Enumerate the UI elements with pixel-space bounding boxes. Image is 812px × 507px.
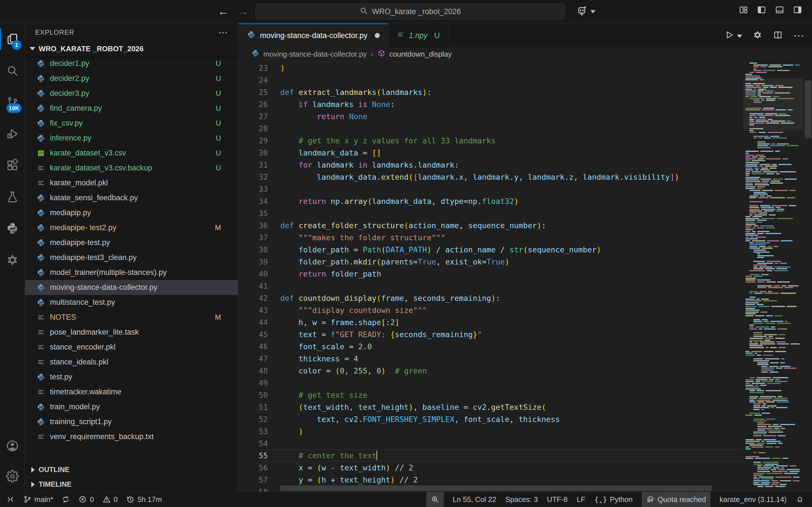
code-line-28[interactable]: 28 <box>239 122 743 135</box>
activity-python-icon[interactable] <box>0 213 25 244</box>
file-row[interactable]: training_script1.py <box>25 414 238 429</box>
code-line-43[interactable]: 43 """display countdown size""" <box>239 304 743 316</box>
status-wakatime-timer[interactable]: 5h 17m <box>126 492 162 507</box>
toggle-panel-icon[interactable] <box>775 5 784 15</box>
unsaved-dot-icon[interactable] <box>375 33 380 38</box>
code-line-52[interactable]: 52 text, cv2.FONT_HERSHEY_SIMPLEX, font_… <box>239 413 743 425</box>
project-root-folder[interactable]: WRO_KARATE _ROBOT_2026 <box>25 41 238 56</box>
breadcrumb-symbol[interactable]: countdown_display <box>389 50 452 59</box>
copilot-menu[interactable] <box>577 5 596 17</box>
forward-arrow-icon[interactable]: → <box>238 5 249 17</box>
file-row[interactable]: fix_csv.pyU <box>25 116 238 131</box>
tab-1.npy[interactable]: 1.npyU <box>389 23 449 48</box>
code-line-40[interactable]: 40 return folder_path <box>239 268 743 280</box>
file-row[interactable]: inference.pyU <box>25 131 238 146</box>
code-line-24[interactable]: 24 <box>239 74 743 86</box>
file-row[interactable]: timetracker.wakatime <box>25 385 238 399</box>
code-line-41[interactable]: 41 <box>239 280 743 292</box>
file-row[interactable]: test.py <box>25 370 238 385</box>
activity-testing-icon[interactable] <box>0 181 25 213</box>
activity-search-icon[interactable] <box>0 55 25 87</box>
code-line-36[interactable]: 36def create_folder_structure(action_nam… <box>239 219 743 231</box>
activity-run-and-debug-icon[interactable] <box>0 118 25 150</box>
code-line-46[interactable]: 46 font_scale = 2.0 <box>239 341 743 353</box>
minimap-viewport[interactable] <box>743 78 804 131</box>
status-eol[interactable]: LF <box>577 492 585 507</box>
file-row[interactable]: moving-stance-data-collector.py <box>25 280 238 295</box>
code-line-44[interactable]: 44 h, w = frame.shape[:2] <box>239 316 743 328</box>
code-line-50[interactable]: 50 # get text size <box>239 389 743 401</box>
code-editor[interactable]: 23)2425def extract_landmarks(landmarks):… <box>239 61 812 492</box>
activity-settings-icon[interactable] <box>0 461 25 492</box>
status-remote-indicator[interactable] <box>6 492 15 507</box>
code-line-26[interactable]: 26 if landmarks is None: <box>239 98 743 110</box>
status-indentation[interactable]: Spaces: 3 <box>505 492 538 507</box>
file-row[interactable]: multistance_test.py <box>25 295 238 310</box>
code-line-30[interactable]: 30 landmark_data = [] <box>239 147 743 159</box>
horizontal-scrollbar[interactable] <box>280 485 712 491</box>
code-line-27[interactable]: 27 return None <box>239 110 743 122</box>
status-language-mode[interactable]: { }×Python <box>594 492 633 507</box>
customize-layout-icon[interactable] <box>739 5 748 15</box>
code-line-55[interactable]: 55 # center the text <box>239 450 743 462</box>
status-copilot-status[interactable]: Quota reached <box>642 492 711 507</box>
code-line-23[interactable]: 23) <box>239 62 743 74</box>
file-row[interactable]: mediapip.py <box>25 205 238 220</box>
code-line-45[interactable]: 45 text = f"GET READY: {seconds_remainin… <box>239 328 743 341</box>
file-row[interactable]: stance_ideals.pkl <box>25 355 238 370</box>
run-python-file-button[interactable] <box>725 30 742 41</box>
file-row[interactable]: find_camera.pyU <box>25 101 238 116</box>
activity-explorer-icon[interactable]: 1 <box>0 23 25 55</box>
status-notifications[interactable] <box>796 492 804 507</box>
status-problems-errors[interactable]: 0 <box>79 492 94 507</box>
file-row[interactable]: katate_sensi_feedback.py <box>25 190 238 205</box>
file-row[interactable]: train_model.py <box>25 399 238 414</box>
code-line-38[interactable]: 38 folder_path = Path(DATA_PATH) / actio… <box>239 244 743 256</box>
code-line-37[interactable]: 37 """makes the folder structure""" <box>239 231 743 244</box>
code-line-49[interactable]: 49 <box>239 377 743 389</box>
code-line-39[interactable]: 39 folder_path.mkdir(parents=True, exist… <box>239 256 743 268</box>
activity-chatgpt-icon[interactable] <box>0 244 25 276</box>
file-row[interactable]: stance_encoder.pkl <box>25 340 238 355</box>
status-zoom-indicator[interactable] <box>426 492 444 507</box>
code-line-57[interactable]: 57 y = (h + text_height) // 2 <box>239 474 743 486</box>
code-line-48[interactable]: 48 color = (0, 255, 0) # green <box>239 365 743 377</box>
chatgpt-icon[interactable] <box>753 30 762 41</box>
file-row[interactable]: venv_requirements_backup.txt <box>25 429 238 444</box>
code-line-47[interactable]: 47 thickness = 4 <box>239 353 743 365</box>
status-git-branch[interactable]: main* <box>23 492 53 507</box>
code-line-53[interactable]: 53 ) <box>239 425 743 438</box>
code-line-33[interactable]: 33 <box>239 183 743 195</box>
file-row[interactable]: karate_dataset_v3.csv.backupU <box>25 161 238 175</box>
activity-extensions-icon[interactable] <box>0 150 25 181</box>
toggle-sidebar-icon[interactable] <box>757 5 766 15</box>
activity-accounts-icon[interactable] <box>0 431 25 461</box>
more-actions-icon[interactable]: ⋯ <box>794 29 805 42</box>
file-row[interactable]: karate_dataset_v3.csvU <box>25 146 238 161</box>
file-row[interactable]: pose_landmarker_lite.task <box>25 325 238 340</box>
breadcrumb-file[interactable]: moving-stance-data-collector.py <box>263 50 367 59</box>
code-line-32[interactable]: 32 landmark_data.extend([landmark.x, lan… <box>239 171 743 183</box>
file-row[interactable]: NOTESM <box>25 310 238 325</box>
back-arrow-icon[interactable]: ← <box>218 5 229 17</box>
file-row[interactable]: model_trainer(multiple-stances).py <box>25 265 238 280</box>
code-line-34[interactable]: 34 return np.array(landmark_data, dtype=… <box>239 195 743 207</box>
code-line-29[interactable]: 29 # get the x y z values for all 33 lan… <box>239 135 743 147</box>
activity-source-control-icon[interactable]: 10K <box>0 87 25 118</box>
explorer-more-actions-icon[interactable]: ⋯ <box>218 27 229 38</box>
file-row[interactable]: mediapipe-test3_clean.py <box>25 250 238 265</box>
status-problems-warnings[interactable]: 0 <box>102 492 117 507</box>
status-python-interpreter[interactable]: karate_env (3.11.14) <box>719 492 786 507</box>
file-row[interactable]: decider3.pyU <box>25 86 238 101</box>
status-encoding[interactable]: UTF-8 <box>547 492 568 507</box>
status-git-sync[interactable] <box>61 492 70 507</box>
outline-section[interactable]: OUTLINE <box>25 462 238 477</box>
command-center-search[interactable]: WRO_karate _robot_2026 <box>255 4 565 19</box>
tab-moving-stance-data-collector.py[interactable]: moving-stance-data-collector.py <box>239 23 389 48</box>
file-row[interactable]: decider1.pyU <box>25 56 238 71</box>
code-line-31[interactable]: 31 for landmark in landmarks.landmark: <box>239 159 743 171</box>
code-line-51[interactable]: 51 (text_width, text_height), baseline =… <box>239 401 743 413</box>
code-line-35[interactable]: 35 <box>239 207 743 219</box>
code-line-25[interactable]: 25def extract_landmarks(landmarks): <box>239 86 743 98</box>
status-cursor-position[interactable]: Ln 55, Col 22 <box>453 492 497 507</box>
